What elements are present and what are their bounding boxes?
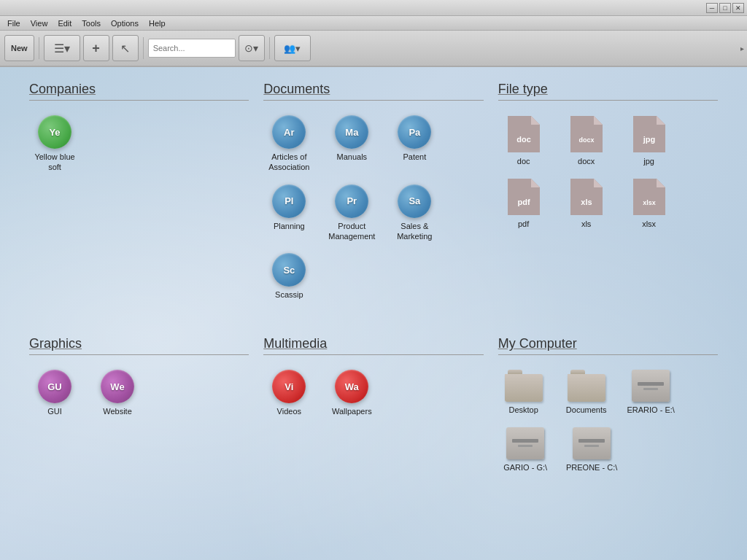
multimedia-section: Multimedia Vi Videos Wa Wallpapers xyxy=(256,336,490,494)
minimize-button[interactable]: ─ xyxy=(706,3,718,13)
multimedia-icon-wallpapers: Wa xyxy=(335,370,368,403)
doc-item-articles[interactable]: Ar Articles ofAssociation xyxy=(263,115,314,173)
svg-text:xls: xls xyxy=(581,198,592,206)
doc-item-planning[interactable]: Pl Planning xyxy=(263,184,314,242)
menubar: File View Edit Tools Options Help xyxy=(0,16,747,31)
multimedia-title: Multimedia xyxy=(263,336,483,355)
companies-section: Companies Ye Yellow blue soft xyxy=(22,82,256,322)
menu-view[interactable]: View xyxy=(26,18,53,28)
filetype-label-docx: docx xyxy=(578,156,595,166)
multimedia-label-videos: Videos xyxy=(277,406,301,416)
menu-file[interactable]: File xyxy=(3,18,25,28)
select-button[interactable]: ↖ xyxy=(112,35,139,61)
drive-icon-erario xyxy=(632,370,670,402)
scroll-indicator: ▸ xyxy=(740,44,744,52)
clock-settings-button[interactable]: ⊙▾ xyxy=(239,35,265,61)
bottom-sections-grid: Graphics GU GUI We Website Multimedia Vi… xyxy=(22,336,725,494)
mycomputer-item-desktop[interactable]: Desktop xyxy=(498,370,549,415)
toolbar-separator-2 xyxy=(143,37,144,59)
graphics-icon-website: We xyxy=(101,370,134,403)
doc-item-patent[interactable]: Pa Patent xyxy=(389,115,440,173)
filetype-item-jpg[interactable]: jpg jpg xyxy=(624,115,675,166)
view-toggle-button[interactable]: ☰▾ xyxy=(44,35,80,61)
filetype-item-pdf[interactable]: pdf pdf xyxy=(498,178,549,229)
graphics-label-gui: GUI xyxy=(47,406,62,416)
users-button[interactable]: 👥▾ xyxy=(274,35,311,61)
filetype-label-xlsx: xlsx xyxy=(642,219,656,229)
filetype-icon-pdf: pdf xyxy=(505,178,543,216)
filetype-icon-docx: docx xyxy=(568,115,605,153)
filetype-item-xlsx[interactable]: xlsx xlsx xyxy=(624,178,675,229)
companies-items: Ye Yellow blue soft xyxy=(29,106,249,173)
doc-label-planning: Planning xyxy=(274,221,305,231)
doc-icon-planning: Pl xyxy=(272,184,306,218)
mycomputer-item-documents[interactable]: Documents xyxy=(561,370,612,415)
svg-text:xlsx: xlsx xyxy=(643,199,656,206)
filetype-icon-xls: xls xyxy=(568,178,605,216)
company-label-yellowbluesoft: Yellow blue soft xyxy=(29,152,80,173)
multimedia-label-wallpapers: Wallpapers xyxy=(332,406,372,416)
mycomputer-item-preone[interactable]: PREONE - C:\ xyxy=(565,427,619,472)
svg-text:docx: docx xyxy=(578,136,594,144)
doc-item-salesmarketing[interactable]: Sa Sales &Marketing xyxy=(389,184,440,242)
titlebar-controls: ─ □ ✕ xyxy=(706,3,744,13)
filetype-item-xls[interactable]: xls xls xyxy=(561,178,612,229)
doc-label-productmgmt: ProductManagement xyxy=(328,221,375,242)
mycomputer-item-erario[interactable]: ERARIO - E:\ xyxy=(624,370,678,415)
multimedia-items: Vi Videos Wa Wallpapers xyxy=(263,361,483,416)
filetype-label-doc: doc xyxy=(517,156,530,166)
close-button[interactable]: ✕ xyxy=(732,3,744,13)
doc-label-scassip: Scassip xyxy=(275,289,303,300)
mycomputer-label-desktop: Desktop xyxy=(508,405,538,415)
doc-icon-articles: Ar xyxy=(272,115,306,149)
mycomputer-title: My Computer xyxy=(498,336,718,355)
menu-edit[interactable]: Edit xyxy=(53,18,76,28)
mycomputer-label-erario: ERARIO - E:\ xyxy=(627,405,674,415)
mycomputer-label-gario: GARIO - G:\ xyxy=(503,462,547,472)
new-button[interactable]: New xyxy=(4,35,34,61)
company-item-yellowbluesoft[interactable]: Ye Yellow blue soft xyxy=(29,115,80,173)
doc-icon-manuals: Ma xyxy=(335,115,368,149)
main-content: Companies Ye Yellow blue soft Documents … xyxy=(0,67,747,560)
svg-text:jpg: jpg xyxy=(642,135,655,144)
documents-section: Documents Ar Articles ofAssociation Ma M… xyxy=(256,82,490,322)
documents-title: Documents xyxy=(263,82,483,101)
folder-icon-documents xyxy=(568,370,605,402)
filetype-item-docx[interactable]: docx docx xyxy=(561,115,612,166)
mycomputer-section: My Computer Desktop Documents xyxy=(491,336,725,494)
filetype-item-doc[interactable]: doc doc xyxy=(498,115,549,166)
companies-title: Companies xyxy=(29,82,249,101)
multimedia-item-videos[interactable]: Vi Videos xyxy=(263,370,314,416)
graphics-item-gui[interactable]: GU GUI xyxy=(29,370,80,416)
toolbar: New ☰▾ + ↖ ⊙▾ 👥▾ ▸ xyxy=(0,31,747,67)
menu-options[interactable]: Options xyxy=(107,18,143,28)
svg-marker-10 xyxy=(531,179,540,187)
maximize-button[interactable]: □ xyxy=(719,3,731,13)
svg-marker-16 xyxy=(657,179,665,187)
graphics-item-website[interactable]: We Website xyxy=(92,370,143,416)
mycomputer-label-preone: PREONE - C:\ xyxy=(566,462,617,472)
search-input[interactable] xyxy=(148,39,236,58)
doc-label-articles: Articles ofAssociation xyxy=(268,152,309,173)
menu-tools[interactable]: Tools xyxy=(77,18,105,28)
company-icon-yellowbluesoft: Ye xyxy=(38,115,71,149)
multimedia-item-wallpapers[interactable]: Wa Wallpapers xyxy=(326,370,377,416)
doc-item-scassip[interactable]: Sc Scassip xyxy=(263,253,314,300)
filetype-section: File type doc doc xyxy=(491,82,725,322)
add-button[interactable]: + xyxy=(83,35,109,61)
svg-text:pdf: pdf xyxy=(517,198,530,206)
doc-icon-patent: Pa xyxy=(398,115,431,149)
folder-icon-desktop xyxy=(505,370,543,402)
doc-item-manuals[interactable]: Ma Manuals xyxy=(326,115,377,173)
filetype-label-jpg: jpg xyxy=(643,156,654,166)
graphics-icon-gui: GU xyxy=(38,370,71,403)
filetype-label-pdf: pdf xyxy=(518,219,529,229)
doc-item-productmgmt[interactable]: Pr ProductManagement xyxy=(326,184,377,242)
mycomputer-item-gario[interactable]: GARIO - G:\ xyxy=(498,427,553,472)
menu-help[interactable]: Help xyxy=(144,18,170,28)
svg-text:doc: doc xyxy=(516,135,531,144)
drive-icon-gario xyxy=(506,427,544,459)
svg-marker-4 xyxy=(594,116,603,125)
doc-label-salesmarketing: Sales &Marketing xyxy=(397,221,432,242)
graphics-items: GU GUI We Website xyxy=(29,361,249,416)
